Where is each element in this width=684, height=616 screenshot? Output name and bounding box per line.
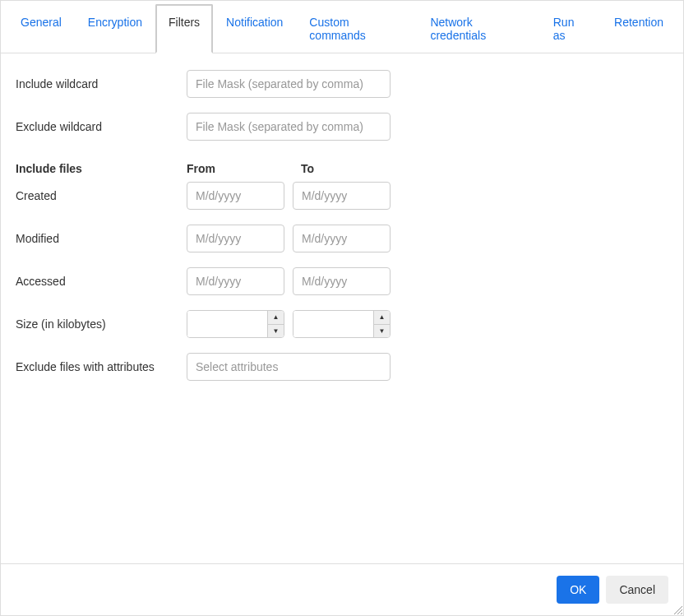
exclude-wildcard-input[interactable] — [187, 113, 391, 141]
tab-custom-commands[interactable]: Custom commands — [296, 4, 417, 53]
created-from-input[interactable] — [187, 182, 284, 210]
size-from-input[interactable] — [187, 311, 267, 337]
tab-retention[interactable]: Retention — [601, 4, 677, 53]
tab-run-as[interactable]: Run as — [540, 4, 601, 53]
tab-filters[interactable]: Filters — [155, 4, 213, 53]
created-to-input[interactable] — [293, 182, 391, 210]
size-from-down-icon[interactable]: ▼ — [268, 325, 284, 338]
accessed-label: Accessed — [16, 275, 66, 288]
size-to-down-icon[interactable]: ▼ — [374, 325, 390, 338]
ok-button[interactable]: OK — [557, 576, 599, 604]
tab-general[interactable]: General — [7, 4, 75, 53]
exclude-attributes-input[interactable] — [187, 353, 391, 381]
tab-encryption[interactable]: Encryption — [75, 4, 155, 53]
to-header: To — [301, 162, 399, 175]
modified-label: Modified — [16, 232, 59, 245]
include-files-label: Include files — [16, 162, 82, 175]
tabs-bar: General Encryption Filters Notification … — [1, 1, 683, 53]
exclude-wildcard-label: Exclude wildcard — [16, 120, 102, 133]
accessed-to-input[interactable] — [293, 267, 391, 295]
accessed-from-input[interactable] — [187, 267, 284, 295]
include-wildcard-label: Include wildcard — [16, 77, 98, 90]
filters-panel: Include wildcard Exclude wildcard Includ… — [1, 53, 683, 412]
include-wildcard-input[interactable] — [187, 70, 391, 98]
created-label: Created — [16, 189, 57, 202]
tab-network-credentials[interactable]: Network credentials — [417, 4, 539, 53]
size-to-spinner: ▲ ▼ — [293, 310, 391, 338]
size-to-input[interactable] — [293, 311, 373, 337]
size-from-up-icon[interactable]: ▲ — [268, 311, 284, 325]
cancel-button[interactable]: Cancel — [606, 576, 668, 604]
tab-notification[interactable]: Notification — [213, 4, 296, 53]
from-header: From — [187, 162, 284, 175]
modified-to-input[interactable] — [293, 225, 391, 252]
modified-from-input[interactable] — [187, 225, 284, 252]
size-to-up-icon[interactable]: ▲ — [374, 311, 390, 325]
dialog-footer: OK Cancel — [1, 563, 683, 615]
size-from-spinner: ▲ ▼ — [187, 310, 284, 338]
exclude-attributes-label: Exclude files with attributes — [16, 360, 155, 373]
size-label: Size (in kilobytes) — [16, 317, 106, 331]
